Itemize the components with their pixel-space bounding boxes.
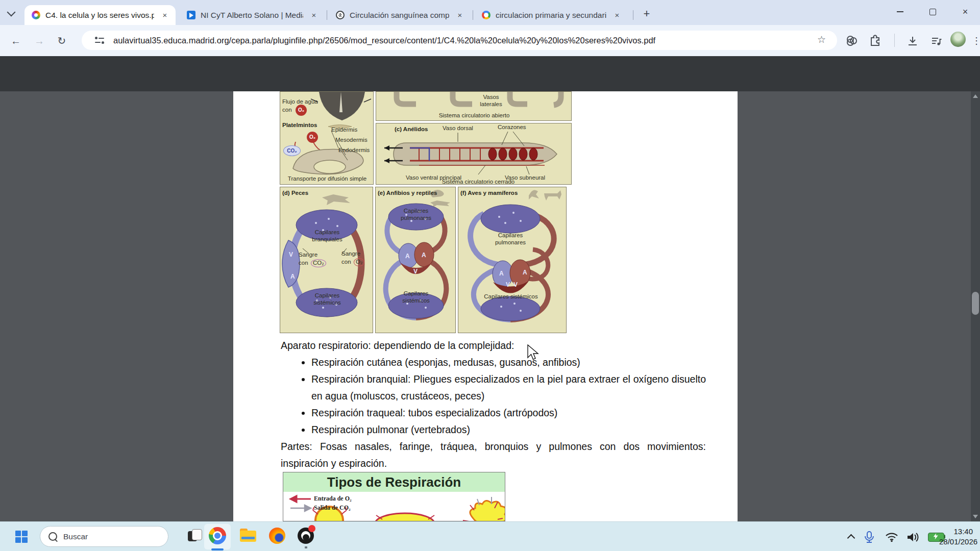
start-button[interactable] bbox=[15, 531, 28, 543]
diagram-panel-aves-mamiferos: (f) Aves y mamíferos Capilares pulmonare… bbox=[458, 187, 567, 333]
clock-date: 28/01/2026 bbox=[939, 537, 973, 547]
label-v: V bbox=[289, 251, 293, 258]
pdf-page: Flujo de agua con O₂ Platelmintos O₂ CO₂… bbox=[233, 91, 738, 521]
downloads-icon[interactable] bbox=[905, 34, 920, 48]
label-v: V bbox=[413, 268, 418, 275]
tab-title: C4. la celula y los seres vivos.pd bbox=[45, 11, 154, 20]
label-sistema-cerrado: Sistema circulatorio cerrado bbox=[427, 179, 529, 185]
label-sangre-o2: Sangre bbox=[341, 251, 360, 258]
desktop: C4. la celula y los seres vivos.pd × NI … bbox=[0, 0, 980, 551]
tab-close-icon[interactable]: × bbox=[611, 10, 623, 21]
list-item: Respiración cutánea (esponjas, medusas, … bbox=[311, 354, 706, 371]
pdf-viewport[interactable]: Flujo de agua con O₂ Platelmintos O₂ CO₂… bbox=[0, 91, 980, 521]
label-capilares-sistemicos: Capilares sistémicos bbox=[473, 293, 549, 300]
forward-icon: → bbox=[31, 32, 48, 49]
legend-salida-co2: Salida de CO₂ bbox=[314, 504, 351, 512]
label-mesodermis: Mesodermis bbox=[335, 137, 368, 144]
label-difusion-simple: Transporte por difusión simple bbox=[285, 176, 369, 183]
diagram-panel-platelmintos: Flujo de agua con O₂ Platelmintos O₂ CO₂… bbox=[280, 91, 374, 185]
label-sangre-co2-con: con bbox=[299, 260, 308, 267]
label-flujo-con: con bbox=[282, 107, 292, 114]
mouse-cursor bbox=[527, 344, 539, 361]
tab-close-icon[interactable]: × bbox=[159, 10, 170, 21]
label-capilares-sistemicos: Capilares sistémicos bbox=[393, 290, 439, 304]
close-button[interactable]: × bbox=[957, 4, 974, 19]
tab-title: NI CyT Alberto Solano | Mediati bbox=[201, 11, 303, 20]
taskbar-search[interactable]: Buscar bbox=[40, 526, 168, 547]
list-item: Respiración traqueal: tubos especializad… bbox=[311, 405, 706, 421]
educamadrid-favicon bbox=[32, 11, 40, 19]
browser-toolbar: ← → ↻ aulavirtual35.educa.madrid.org/cep… bbox=[0, 25, 980, 56]
pdf-scrollbar[interactable] bbox=[971, 91, 980, 521]
diagram-panel-anelidos: (c) Anélidos Vaso dorsal Corazones Vaso … bbox=[376, 123, 572, 185]
partes-paragraph: Partes: Fosas nasales, faringe, tráquea,… bbox=[281, 438, 706, 472]
tab-strip: C4. la celula y los seres vivos.pd × NI … bbox=[0, 0, 980, 25]
media-controls-icon[interactable] bbox=[929, 34, 943, 48]
label-sistema-abierto: Sistema circulatorio abierto bbox=[417, 112, 531, 119]
search-placeholder: Buscar bbox=[63, 532, 88, 541]
label-corazones: Corazones bbox=[498, 124, 526, 131]
tab-mediateca[interactable]: NI CyT Alberto Solano | Mediati × bbox=[180, 5, 325, 25]
minimize-button[interactable] bbox=[891, 4, 909, 19]
firefox-icon[interactable] bbox=[269, 528, 285, 544]
chrome-taskbar-icon[interactable] bbox=[209, 527, 226, 544]
tab-pdf[interactable]: C4. la celula y los seres vivos.pd × bbox=[24, 5, 176, 25]
url-text[interactable]: aulavirtual35.educa.madrid.org/cepa.parl… bbox=[113, 31, 655, 50]
respiratory-heading: Aparato respiratorio: dependiendo de la … bbox=[281, 337, 706, 354]
label-platelmintos: Platelmintos bbox=[282, 122, 317, 129]
file-explorer-icon[interactable] bbox=[240, 529, 256, 542]
overlapping-circles-icon[interactable] bbox=[844, 34, 859, 48]
wifi-icon[interactable] bbox=[885, 532, 898, 544]
back-icon[interactable]: ← bbox=[7, 32, 24, 49]
tab-search-chevron-icon[interactable] bbox=[8, 9, 14, 15]
bookmark-star-icon[interactable]: ☆ bbox=[817, 34, 826, 45]
taskbar-clock[interactable]: 13:40 28/01/2026 bbox=[939, 527, 973, 547]
tray-chevron-icon[interactable] bbox=[847, 534, 855, 542]
label-a1: A bbox=[499, 270, 504, 277]
label-flujo-o2: O₂ bbox=[296, 105, 307, 116]
list-item: Respiración pulmonar (vertebrados) bbox=[311, 421, 706, 438]
tab-google-search[interactable]: circulacion primaria y secundari × bbox=[475, 5, 628, 25]
label-v2: V bbox=[513, 281, 518, 288]
taskbar: Buscar 13:40 bbox=[0, 521, 980, 551]
reload-icon[interactable]: ↻ bbox=[53, 32, 70, 49]
task-view-icon[interactable] bbox=[188, 529, 201, 542]
bird-mammal-circulation-diagram bbox=[458, 187, 567, 333]
scroll-down-icon[interactable] bbox=[973, 515, 978, 518]
label-sangre-o2-con: con bbox=[341, 259, 351, 266]
label-sangre-co2-chem: CO₂ bbox=[311, 259, 326, 267]
address-bar[interactable]: aulavirtual35.educa.madrid.org/cepa.parl… bbox=[82, 31, 837, 50]
respiratory-text: Aparato respiratorio: dependiendo de la … bbox=[281, 337, 706, 472]
volume-icon[interactable] bbox=[906, 532, 920, 545]
extensions-puzzle-icon[interactable] bbox=[868, 34, 882, 48]
tab-close-icon[interactable]: × bbox=[308, 10, 320, 21]
diagram-panel-peces: (d) Peces Capilares branquiales Sangre c… bbox=[280, 187, 373, 333]
label-vaso-dorsal: Vaso dorsal bbox=[443, 125, 473, 132]
label-a2: A bbox=[422, 252, 426, 259]
browser-menu-icon[interactable]: ⋮ bbox=[968, 32, 980, 49]
scrollbar-thumb[interactable] bbox=[972, 292, 979, 315]
tab-title: Circulación sanguínea completa bbox=[350, 11, 449, 20]
google-favicon bbox=[482, 11, 491, 19]
respiration-poster: Tipos de Respiración Entrada de O₂ Salid… bbox=[283, 472, 505, 521]
tab-chatgpt[interactable]: Circulación sanguínea completa × bbox=[329, 5, 471, 25]
label-co2: CO₂ bbox=[283, 145, 301, 156]
scroll-up-icon[interactable] bbox=[973, 94, 978, 98]
tab-title: circulacion primaria y secundari bbox=[496, 11, 606, 20]
label-anelidos: (c) Anélidos bbox=[395, 126, 428, 133]
obs-running-indicator bbox=[305, 546, 307, 548]
tab-close-icon[interactable]: × bbox=[454, 10, 465, 21]
profile-avatar[interactable] bbox=[950, 32, 966, 47]
list-item: Respiración branquial: Pliegues especial… bbox=[311, 371, 706, 405]
label-aves-mamiferos: (f) Aves y mamíferos bbox=[460, 190, 518, 197]
respiratory-list: Respiración cutánea (esponjas, medusas, … bbox=[281, 354, 706, 438]
label-sangre-co2: Sangre bbox=[299, 252, 317, 259]
label-vasos-laterales: Vasos laterales bbox=[473, 94, 509, 108]
microphone-icon[interactable] bbox=[864, 531, 875, 545]
label-peces: (d) Peces bbox=[282, 190, 308, 197]
site-settings-icon[interactable] bbox=[95, 37, 104, 44]
new-tab-button[interactable]: + bbox=[639, 6, 654, 21]
label-anfibios: (e) Anfibios y reptiles bbox=[378, 190, 437, 197]
clock-time: 13:40 bbox=[939, 527, 973, 537]
maximize-button[interactable] bbox=[924, 4, 941, 19]
